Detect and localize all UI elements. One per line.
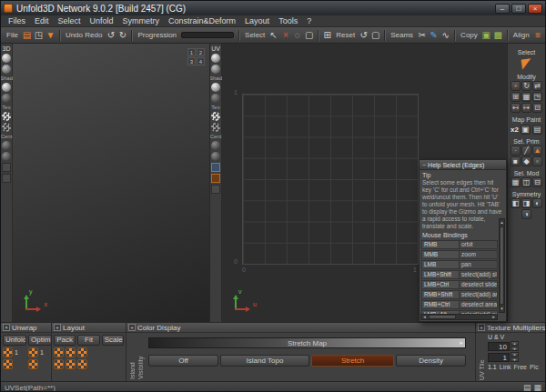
horizontal-scroll-thumb[interactable]: [429, 315, 456, 319]
uv-flat-shading-icon[interactable]: [211, 94, 220, 103]
copy-uvs-icon[interactable]: ▣: [480, 29, 492, 41]
grow-selection-icon[interactable]: ▦: [511, 177, 521, 187]
vertex-select-icon[interactable]: ·: [511, 146, 521, 156]
scale-preset-icon-2[interactable]: [77, 359, 87, 369]
pic-option[interactable]: Pic: [530, 364, 539, 370]
scroll-down-icon[interactable]: ▾: [499, 306, 505, 312]
corner-tool-icon[interactable]: ◳: [532, 92, 542, 102]
binding-row[interactable]: LMBpan: [421, 260, 498, 269]
uv-shading-mode-icon[interactable]: [211, 83, 220, 92]
v-multiplier-value[interactable]: 1: [488, 353, 510, 362]
face-select-icon[interactable]: ▲: [532, 146, 542, 156]
binding-row[interactable]: MMBzoom: [421, 250, 498, 259]
swap-tool-icon[interactable]: ⇄: [532, 81, 542, 91]
align-horizontal-icon[interactable]: ≡: [532, 29, 544, 41]
menu-unfold[interactable]: Unfold: [86, 16, 118, 25]
unfold-preset-icon[interactable]: [3, 347, 13, 357]
weld-seams-icon[interactable]: ∿: [440, 29, 451, 41]
uv-shaded-icon[interactable]: [211, 54, 220, 63]
viewport-3d[interactable]: 1 2 3 4 y x: [13, 44, 210, 322]
horizontal-scrollbar[interactable]: ◂ ▸: [420, 314, 498, 320]
open-file-icon[interactable]: ◳: [33, 29, 45, 41]
object-select-icon[interactable]: ▫: [532, 156, 542, 166]
move-right-tool-icon[interactable]: ↦: [521, 103, 531, 113]
status-grid-icon[interactable]: ▦: [533, 383, 541, 392]
uv-tile-color-icon[interactable]: [211, 174, 220, 183]
uv-checker-icon[interactable]: [211, 112, 220, 121]
ratio-value[interactable]: 1.1: [488, 364, 497, 370]
mode-island-topo-button[interactable]: Island Topo: [220, 355, 309, 367]
paint-pattern-icon[interactable]: ▤: [532, 125, 542, 135]
paste-uvs-icon[interactable]: ▩: [492, 29, 504, 41]
pack-button[interactable]: Pack: [54, 335, 76, 346]
unwrap-collapse-toggle[interactable]: ×: [3, 324, 10, 331]
menu-files[interactable]: Files: [4, 16, 30, 25]
quad-4-button[interactable]: 4: [197, 57, 205, 65]
cut-seams-icon[interactable]: ✂: [416, 29, 428, 41]
reset-frame-icon[interactable]: ▢: [369, 29, 381, 41]
stretch-map-bar[interactable]: Stretch Map ▸: [148, 337, 466, 348]
grid-tool-icon[interactable]: ⊞: [511, 92, 521, 102]
checker-texture-dark-icon[interactable]: [2, 123, 11, 132]
paint-fill-icon[interactable]: ▣: [521, 125, 531, 135]
scale-button[interactable]: Scale: [102, 335, 124, 346]
island-select-icon[interactable]: ◆: [521, 156, 531, 166]
quad-2-button[interactable]: 2: [197, 48, 205, 56]
pack-preset-icon-2[interactable]: [54, 359, 64, 369]
pen-seams-icon[interactable]: ✎: [428, 29, 440, 41]
shading-mode-icon[interactable]: [2, 83, 11, 92]
select-cursor-icon[interactable]: ↖: [268, 29, 279, 41]
collapse-button[interactable]: −: [422, 162, 426, 168]
new-file-icon[interactable]: ▤: [21, 29, 33, 41]
select-cursor-tool-icon[interactable]: ◤: [521, 55, 532, 70]
poly-select-icon[interactable]: ■: [511, 156, 521, 166]
maximize-button[interactable]: □: [511, 4, 526, 14]
binding-row[interactable]: RMB+Shiftselect(add) area: [421, 290, 498, 299]
shaded-sphere-icon[interactable]: [2, 54, 11, 63]
unfold-button[interactable]: Unfold: [3, 335, 26, 346]
v-spin-up-icon[interactable]: ▴: [511, 352, 519, 357]
uv-wireframe-icon[interactable]: [211, 65, 220, 74]
optim-button[interactable]: Optim: [28, 335, 52, 346]
scale-preset-icon[interactable]: [77, 347, 87, 357]
center-view-icon[interactable]: [2, 141, 11, 150]
scroll-right-icon[interactable]: ▸: [490, 314, 497, 320]
redo-icon[interactable]: ↻: [116, 29, 128, 41]
axis-toggle-icon[interactable]: [2, 174, 11, 183]
center-selection-icon[interactable]: [2, 152, 11, 161]
mode-density-button[interactable]: Density: [396, 355, 466, 367]
menu-help[interactable]: ?: [302, 16, 316, 25]
uv-checker-dark-icon[interactable]: [211, 123, 220, 132]
uv-grid-toggle-icon[interactable]: [211, 185, 220, 194]
texture-collapse-toggle[interactable]: +: [478, 324, 485, 331]
scroll-left-icon[interactable]: ◂: [421, 314, 428, 320]
mirror-left-icon[interactable]: ◐: [532, 198, 542, 208]
u-spin-up-icon[interactable]: ▴: [511, 341, 519, 346]
uv-axis-color-icon[interactable]: [211, 163, 220, 172]
menu-layout[interactable]: Layout: [240, 16, 274, 25]
loop-selection-icon[interactable]: ◫: [521, 177, 531, 187]
delete-selection-icon[interactable]: ×: [279, 29, 291, 41]
menu-symmetry[interactable]: Symmetry: [118, 16, 165, 25]
mode-off-button[interactable]: Off: [148, 355, 218, 367]
close-button[interactable]: ×: [528, 4, 542, 14]
minimize-button[interactable]: –: [495, 4, 510, 14]
status-uvset-icon[interactable]: ▤: [523, 383, 531, 392]
vertical-scrollbar[interactable]: ▴ ▾: [499, 218, 505, 313]
wireframe-sphere-icon[interactable]: [2, 65, 11, 74]
save-file-icon[interactable]: ▼: [45, 29, 56, 41]
edge-select-icon[interactable]: ╱: [521, 146, 531, 156]
uv-center-selection-icon[interactable]: [211, 152, 220, 161]
fit-preset-icon-2[interactable]: [66, 359, 76, 369]
layout-collapse-toggle[interactable]: +: [54, 324, 61, 331]
shrink-selection-icon[interactable]: ⊟: [532, 177, 542, 187]
binding-row[interactable]: RMBorbit: [421, 240, 498, 249]
pack-preset-icon[interactable]: [54, 347, 64, 357]
symmetry-left-icon[interactable]: ◧: [511, 198, 521, 208]
move-left-tool-icon[interactable]: ↤: [511, 103, 521, 113]
optim-preset-icon[interactable]: [28, 347, 38, 357]
binding-row[interactable]: LMB+Shiftselect(add) slide: [421, 270, 498, 279]
stretch-map-arrow-icon[interactable]: ▸: [460, 339, 463, 347]
checker-texture-icon[interactable]: [2, 112, 11, 121]
grid-view-icon[interactable]: ⊞: [321, 29, 333, 41]
